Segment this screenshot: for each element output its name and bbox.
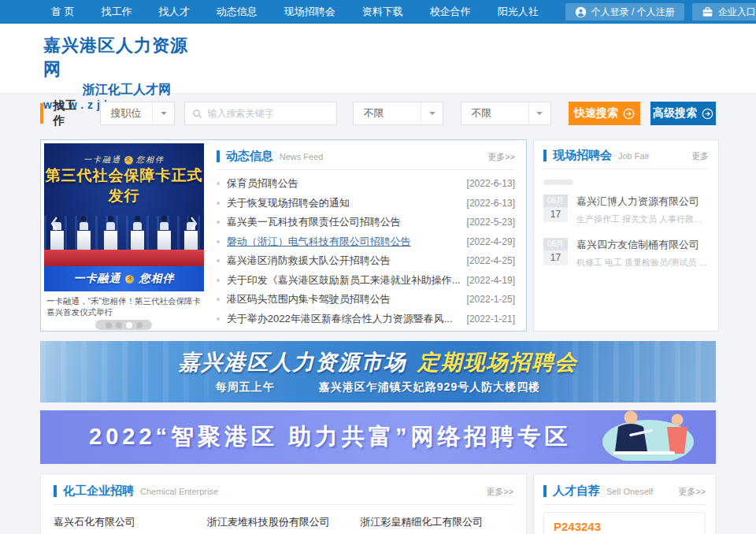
news-item-title[interactable]: 保育员招聘公告 <box>227 176 461 191</box>
filter-2-value: 不限 <box>461 106 528 121</box>
nav-item-find-talent[interactable]: 找人才 <box>159 5 190 19</box>
news-item[interactable]: 关于印发《嘉兴港区鼓励新员工来港就业补助操作...[2022-4-19] <box>217 271 515 291</box>
news-list: 保育员招聘公告[2022-6-13] 关于恢复现场招聘会的通知[2022-6-1… <box>217 174 515 328</box>
search-icon <box>192 109 202 119</box>
news-item[interactable]: 关于举办2022年港区新春综合性人力资源暨春风...[2022-1-21] <box>217 310 515 329</box>
news-item-date: [2022-6-13] <box>467 198 515 209</box>
company-card: 浙江彩皇精细化工有限公司 普工（制造科） 营业担当 <box>360 515 513 534</box>
event-day: 17 <box>543 250 568 265</box>
filter-select-1[interactable]: 不限 <box>353 102 443 125</box>
job-fair-panel: 现场招聘会 Job Fair 更多 06月 17 嘉兴汇博人力资源有限公司 生产… <box>533 139 719 332</box>
news-item-date: [2022-5-23] <box>467 217 515 228</box>
event-day: 17 <box>543 207 568 222</box>
stage-people <box>50 216 198 253</box>
recruitment-market-banner[interactable]: 嘉兴港区人力资源市场定期现场招聘会 每周五上午嘉兴港区乍浦镇天妃路929号人防大… <box>40 341 716 402</box>
news-item-title[interactable]: 嘉兴美一瓦科技有限责任公司招聘公告 <box>227 215 461 229</box>
news-feed-header: 动态信息 News Feed 更多>> <box>217 149 515 170</box>
news-item-title[interactable]: 关于恢复现场招聘会的通知 <box>227 196 461 210</box>
advanced-search-label: 高级搜索 <box>653 106 697 121</box>
news-item[interactable]: 嘉兴美一瓦科技有限责任公司招聘公告[2022-5-23] <box>217 213 515 232</box>
slide-tagline: 一卡融通 禾 您相伴 <box>44 154 204 165</box>
job-fair-item[interactable]: 06月 17 嘉兴四方友信制桶有限公司 机修工 电工 质量检验员/测试员 叉车.… <box>543 238 709 269</box>
carousel-slide[interactable]: 一卡融通 禾 您相伴 第三代社会保障卡正式发行 一卡融通 禾 <box>44 143 204 291</box>
carousel-next-arrow[interactable] <box>187 210 202 238</box>
search-category-select[interactable]: 搜职位 <box>100 102 175 125</box>
top-navbar: 首 页 找工作 找人才 动态信息 现场招聘会 资料下载 校企合作 阳光人社 个人… <box>0 0 756 24</box>
job-fair-item[interactable]: 06月 17 嘉兴汇博人力资源有限公司 生产操作工 报关文员 人事行政助理... <box>543 195 709 225</box>
filter-select-2[interactable]: 不限 <box>461 102 551 125</box>
carousel-dot-2[interactable] <box>116 322 122 328</box>
enterprise-entry-button[interactable]: 企业入口 <box>692 3 756 20</box>
news-item-date: [2022-4-25] <box>467 255 515 266</box>
carousel-prev-arrow[interactable] <box>46 210 61 238</box>
job-fair-company[interactable]: 嘉兴四方友信制桶有限公司 <box>576 238 709 252</box>
company-card: 嘉兴石化有限公司 工艺员 设备管理 门卫（残疾工） <box>54 515 207 534</box>
search-section-label: 找工作 <box>53 98 88 128</box>
job-fair-more-link[interactable]: 更多 <box>691 150 709 162</box>
news-item-title[interactable]: 关于举办2022年港区新春综合性人力资源暨春风... <box>227 312 461 326</box>
filter-1-value: 不限 <box>354 106 421 121</box>
nav-item-find-job[interactable]: 找工作 <box>102 5 132 19</box>
carousel-dot-3[interactable] <box>126 322 132 328</box>
search-input[interactable] <box>207 108 329 119</box>
chemical-subtitle: Chemical Enterprise <box>140 487 218 496</box>
news-item-title[interactable]: 嘉兴港区消防救援大队公开招聘公告 <box>227 254 461 268</box>
banner-tagline-left: 一卡融通 <box>73 272 120 286</box>
news-item-date: [2022-6-13] <box>467 178 515 189</box>
job-fair-company[interactable]: 嘉兴汇博人力资源有限公司 <box>576 195 709 209</box>
news-feed-section: 动态信息 News Feed 更多>> 保育员招聘公告[2022-6-13] 关… <box>204 143 523 328</box>
news-item-date: [2022-4-19] <box>467 275 515 286</box>
news-item-title[interactable]: 磐动（浙江）电气科技有限公司招聘公告 <box>227 235 461 249</box>
carousel-caption[interactable]: 一卡融通，“禾”您相伴！第三代社会保障卡嘉兴首发仪式举行 <box>44 291 204 317</box>
nav-item-downloads[interactable]: 资料下载 <box>362 5 403 19</box>
news-more-link[interactable]: 更多>> <box>487 151 515 163</box>
slide-tagline-right: 您相伴 <box>136 154 165 165</box>
nav-item-sunshine-hr[interactable]: 阳光人社 <box>498 5 539 19</box>
news-carousel: 一卡融通 禾 您相伴 第三代社会保障卡正式发行 一卡融通 禾 <box>44 143 204 328</box>
carousel-dot-1[interactable] <box>106 322 112 328</box>
topbar-buttons: 个人登录 / 个人注册 企业入口 <box>565 3 756 20</box>
talent-card[interactable]: P243243 男 ｜ 嘉兴市→嘉兴港区 ｜ 八年以上 <box>543 512 706 534</box>
chemical-more-link[interactable]: 更多>> <box>486 486 513 498</box>
blue-accent-bar <box>543 485 547 497</box>
personal-login-button[interactable]: 个人登录 / 个人注册 <box>565 3 684 20</box>
news-item[interactable]: 关于恢复现场招聘会的通知[2022-6-13] <box>217 194 515 213</box>
event-date-badge: 06月 17 <box>543 238 568 269</box>
news-item-title[interactable]: 港区码头范围内集卡驾驶员招聘公告 <box>227 292 461 306</box>
news-item[interactable]: 磐动（浙江）电气科技有限公司招聘公告[2022-4-29] <box>217 232 515 252</box>
job-fair-header: 现场招聘会 Job Fair 更多 <box>543 148 709 169</box>
nav-item-news[interactable]: 动态信息 <box>217 5 258 19</box>
stage-person <box>77 216 91 253</box>
nav-item-job-fair[interactable]: 现场招聘会 <box>284 5 335 19</box>
news-item[interactable]: 港区码头范围内集卡驾驶员招聘公告[2022-1-25] <box>217 290 515 310</box>
nav-item-home[interactable]: 首 页 <box>51 5 75 19</box>
event-month: 06月 <box>543 195 568 207</box>
quick-search-label: 快速搜索 <box>574 106 618 121</box>
news-item-title[interactable]: 关于印发《嘉兴港区鼓励新员工来港就业补助操作... <box>227 273 461 287</box>
talent-more-link[interactable]: 更多>> <box>678 486 706 498</box>
company-name[interactable]: 浙江麦堆科技股份有限公司 <box>207 515 353 529</box>
company-name[interactable]: 嘉兴石化有限公司 <box>54 515 199 529</box>
banner-tagline-right: 您相伴 <box>139 272 174 286</box>
carousel-news-panel: 一卡融通 禾 您相伴 第三代社会保障卡正式发行 一卡融通 禾 <box>40 139 527 332</box>
news-item[interactable]: 保育员招聘公告[2022-6-13] <box>217 174 515 194</box>
main-content-row: 一卡融通 禾 您相伴 第三代社会保障卡正式发行 一卡融通 禾 <box>40 139 716 332</box>
stage-person <box>104 216 117 253</box>
company-name[interactable]: 浙江彩皇精细化工有限公司 <box>360 515 506 529</box>
event-date-badge: 06月 17 <box>543 195 568 225</box>
bullet-icon <box>217 202 220 205</box>
online-recruitment-banner[interactable]: 2022“智聚港区 助力共富”网络招聘专区 <box>40 410 716 464</box>
nav-item-school-cooperation[interactable]: 校企合作 <box>430 5 471 19</box>
bottom-content-row: 化工企业招聘 Chemical Enterprise 更多>> 嘉兴石化有限公司… <box>40 473 716 534</box>
quick-search-button[interactable]: 快速搜索 <box>569 102 640 125</box>
advanced-search-button[interactable]: 高级搜索 <box>650 102 716 125</box>
enterprise-entry-label: 企业入口 <box>718 6 756 19</box>
job-fair-item-body: 嘉兴汇博人力资源有限公司 生产操作工 报关文员 人事行政助理... <box>576 195 709 225</box>
news-item[interactable]: 嘉兴港区消防救援大队公开招聘公告[2022-4-25] <box>217 251 515 271</box>
chemical-header: 化工企业招聘 Chemical Enterprise 更多>> <box>54 484 513 505</box>
user-icon <box>575 6 587 18</box>
scroll-indicator <box>543 180 573 185</box>
banner1-details: 每周五上午嘉兴港区乍浦镇天妃路929号人防大楼四楼 <box>40 380 716 395</box>
carousel-dot-4[interactable] <box>136 322 143 328</box>
banner1-title-main: 嘉兴港区人力资源市场 <box>179 350 407 374</box>
